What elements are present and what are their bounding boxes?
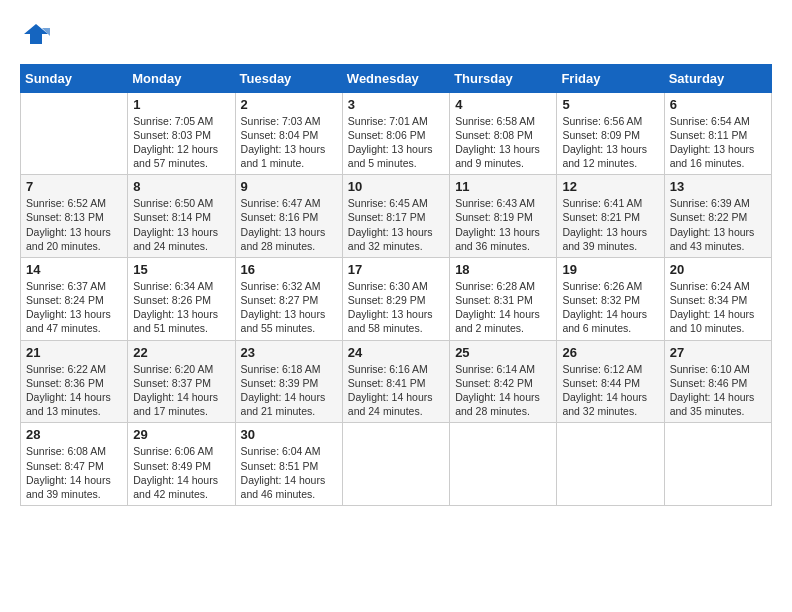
calendar-cell: 24Sunrise: 6:16 AM Sunset: 8:41 PM Dayli… [342,340,449,423]
calendar-cell: 27Sunrise: 6:10 AM Sunset: 8:46 PM Dayli… [664,340,771,423]
calendar-week-3: 14Sunrise: 6:37 AM Sunset: 8:24 PM Dayli… [21,257,772,340]
calendar-cell: 26Sunrise: 6:12 AM Sunset: 8:44 PM Dayli… [557,340,664,423]
calendar-cell: 14Sunrise: 6:37 AM Sunset: 8:24 PM Dayli… [21,257,128,340]
logo-icon [22,20,50,48]
day-info: Sunrise: 6:41 AM Sunset: 8:21 PM Dayligh… [562,196,658,253]
calendar-cell: 10Sunrise: 6:45 AM Sunset: 8:17 PM Dayli… [342,175,449,258]
day-number: 11 [455,179,551,194]
calendar-week-5: 28Sunrise: 6:08 AM Sunset: 8:47 PM Dayli… [21,423,772,506]
day-number: 28 [26,427,122,442]
calendar-cell: 1Sunrise: 7:05 AM Sunset: 8:03 PM Daylig… [128,92,235,175]
calendar-header-sunday: Sunday [21,64,128,92]
day-info: Sunrise: 6:18 AM Sunset: 8:39 PM Dayligh… [241,362,337,419]
day-number: 22 [133,345,229,360]
calendar-header-row: SundayMondayTuesdayWednesdayThursdayFrid… [21,64,772,92]
day-number: 14 [26,262,122,277]
day-number: 24 [348,345,444,360]
day-number: 1 [133,97,229,112]
day-number: 10 [348,179,444,194]
day-info: Sunrise: 6:22 AM Sunset: 8:36 PM Dayligh… [26,362,122,419]
day-number: 5 [562,97,658,112]
day-number: 26 [562,345,658,360]
calendar-cell: 25Sunrise: 6:14 AM Sunset: 8:42 PM Dayli… [450,340,557,423]
day-number: 29 [133,427,229,442]
day-number: 15 [133,262,229,277]
calendar-cell: 16Sunrise: 6:32 AM Sunset: 8:27 PM Dayli… [235,257,342,340]
day-info: Sunrise: 6:34 AM Sunset: 8:26 PM Dayligh… [133,279,229,336]
day-info: Sunrise: 6:06 AM Sunset: 8:49 PM Dayligh… [133,444,229,501]
calendar-cell: 6Sunrise: 6:54 AM Sunset: 8:11 PM Daylig… [664,92,771,175]
day-info: Sunrise: 6:24 AM Sunset: 8:34 PM Dayligh… [670,279,766,336]
day-number: 21 [26,345,122,360]
calendar-cell: 29Sunrise: 6:06 AM Sunset: 8:49 PM Dayli… [128,423,235,506]
day-info: Sunrise: 6:14 AM Sunset: 8:42 PM Dayligh… [455,362,551,419]
day-info: Sunrise: 6:04 AM Sunset: 8:51 PM Dayligh… [241,444,337,501]
calendar-week-4: 21Sunrise: 6:22 AM Sunset: 8:36 PM Dayli… [21,340,772,423]
day-number: 18 [455,262,551,277]
day-info: Sunrise: 6:10 AM Sunset: 8:46 PM Dayligh… [670,362,766,419]
day-number: 30 [241,427,337,442]
day-number: 27 [670,345,766,360]
day-number: 8 [133,179,229,194]
calendar-table: SundayMondayTuesdayWednesdayThursdayFrid… [20,64,772,506]
day-number: 20 [670,262,766,277]
calendar-cell: 20Sunrise: 6:24 AM Sunset: 8:34 PM Dayli… [664,257,771,340]
calendar-cell: 28Sunrise: 6:08 AM Sunset: 8:47 PM Dayli… [21,423,128,506]
calendar-cell: 8Sunrise: 6:50 AM Sunset: 8:14 PM Daylig… [128,175,235,258]
day-info: Sunrise: 6:12 AM Sunset: 8:44 PM Dayligh… [562,362,658,419]
day-info: Sunrise: 6:58 AM Sunset: 8:08 PM Dayligh… [455,114,551,171]
calendar-cell: 17Sunrise: 6:30 AM Sunset: 8:29 PM Dayli… [342,257,449,340]
calendar-cell: 2Sunrise: 7:03 AM Sunset: 8:04 PM Daylig… [235,92,342,175]
day-info: Sunrise: 6:47 AM Sunset: 8:16 PM Dayligh… [241,196,337,253]
day-info: Sunrise: 6:39 AM Sunset: 8:22 PM Dayligh… [670,196,766,253]
calendar-cell: 11Sunrise: 6:43 AM Sunset: 8:19 PM Dayli… [450,175,557,258]
day-info: Sunrise: 7:05 AM Sunset: 8:03 PM Dayligh… [133,114,229,171]
svg-marker-0 [24,24,48,44]
calendar-cell [21,92,128,175]
day-info: Sunrise: 6:52 AM Sunset: 8:13 PM Dayligh… [26,196,122,253]
day-info: Sunrise: 6:56 AM Sunset: 8:09 PM Dayligh… [562,114,658,171]
calendar-header-monday: Monday [128,64,235,92]
day-number: 12 [562,179,658,194]
day-number: 17 [348,262,444,277]
day-info: Sunrise: 7:01 AM Sunset: 8:06 PM Dayligh… [348,114,444,171]
calendar-header-saturday: Saturday [664,64,771,92]
calendar-cell: 5Sunrise: 6:56 AM Sunset: 8:09 PM Daylig… [557,92,664,175]
calendar-cell: 21Sunrise: 6:22 AM Sunset: 8:36 PM Dayli… [21,340,128,423]
calendar-cell: 7Sunrise: 6:52 AM Sunset: 8:13 PM Daylig… [21,175,128,258]
day-info: Sunrise: 6:30 AM Sunset: 8:29 PM Dayligh… [348,279,444,336]
day-info: Sunrise: 6:32 AM Sunset: 8:27 PM Dayligh… [241,279,337,336]
day-number: 13 [670,179,766,194]
day-info: Sunrise: 6:45 AM Sunset: 8:17 PM Dayligh… [348,196,444,253]
day-info: Sunrise: 6:20 AM Sunset: 8:37 PM Dayligh… [133,362,229,419]
calendar-cell: 13Sunrise: 6:39 AM Sunset: 8:22 PM Dayli… [664,175,771,258]
calendar-cell: 3Sunrise: 7:01 AM Sunset: 8:06 PM Daylig… [342,92,449,175]
day-info: Sunrise: 6:37 AM Sunset: 8:24 PM Dayligh… [26,279,122,336]
day-info: Sunrise: 7:03 AM Sunset: 8:04 PM Dayligh… [241,114,337,171]
day-number: 16 [241,262,337,277]
day-number: 6 [670,97,766,112]
calendar-cell: 23Sunrise: 6:18 AM Sunset: 8:39 PM Dayli… [235,340,342,423]
day-number: 2 [241,97,337,112]
calendar-header-friday: Friday [557,64,664,92]
calendar-week-2: 7Sunrise: 6:52 AM Sunset: 8:13 PM Daylig… [21,175,772,258]
calendar-cell: 4Sunrise: 6:58 AM Sunset: 8:08 PM Daylig… [450,92,557,175]
calendar-cell: 9Sunrise: 6:47 AM Sunset: 8:16 PM Daylig… [235,175,342,258]
day-info: Sunrise: 6:54 AM Sunset: 8:11 PM Dayligh… [670,114,766,171]
calendar-cell [664,423,771,506]
day-number: 3 [348,97,444,112]
calendar-cell: 30Sunrise: 6:04 AM Sunset: 8:51 PM Dayli… [235,423,342,506]
calendar-cell: 15Sunrise: 6:34 AM Sunset: 8:26 PM Dayli… [128,257,235,340]
day-number: 4 [455,97,551,112]
day-number: 25 [455,345,551,360]
logo [20,20,50,54]
calendar-cell [342,423,449,506]
calendar-cell: 19Sunrise: 6:26 AM Sunset: 8:32 PM Dayli… [557,257,664,340]
day-number: 9 [241,179,337,194]
day-info: Sunrise: 6:16 AM Sunset: 8:41 PM Dayligh… [348,362,444,419]
calendar-header-tuesday: Tuesday [235,64,342,92]
calendar-cell [557,423,664,506]
day-number: 7 [26,179,122,194]
day-info: Sunrise: 6:26 AM Sunset: 8:32 PM Dayligh… [562,279,658,336]
calendar-cell [450,423,557,506]
